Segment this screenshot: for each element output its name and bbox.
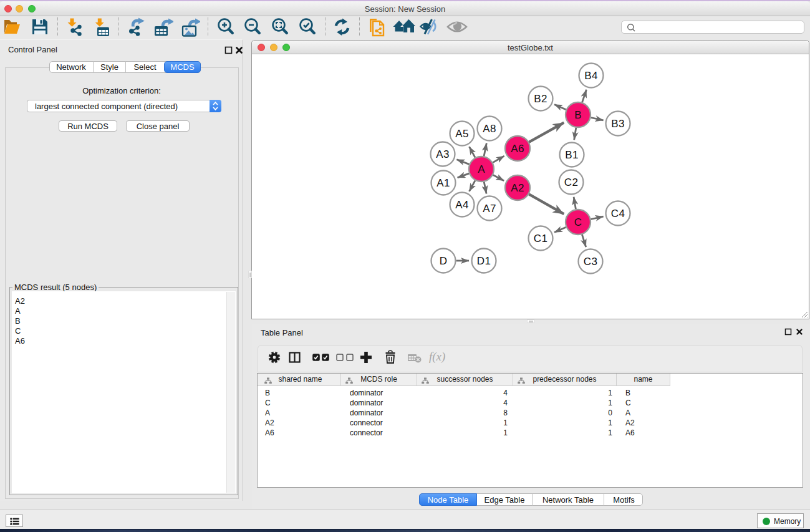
svg-text:D: D [440,255,448,267]
svg-text:A: A [478,163,485,175]
svg-text:C1: C1 [534,233,547,244]
svg-text:A8: A8 [483,123,496,135]
svg-text:B3: B3 [611,118,624,130]
svg-text:C3: C3 [584,256,597,268]
svg-text:C4: C4 [611,208,625,220]
svg-text:B1: B1 [565,149,578,161]
svg-text:B4: B4 [584,70,597,82]
svg-text:A7: A7 [483,203,496,215]
svg-text:A6: A6 [511,143,524,155]
svg-text:C: C [574,216,582,228]
svg-text:A1: A1 [436,177,450,189]
svg-text:A3: A3 [436,148,449,160]
svg-text:D1: D1 [477,255,491,267]
svg-text:A5: A5 [455,128,468,140]
svg-text:A2: A2 [511,182,524,194]
svg-text:B2: B2 [534,93,547,105]
svg-text:C2: C2 [564,177,578,188]
svg-text:A4: A4 [455,199,468,211]
svg-text:B: B [574,109,582,121]
